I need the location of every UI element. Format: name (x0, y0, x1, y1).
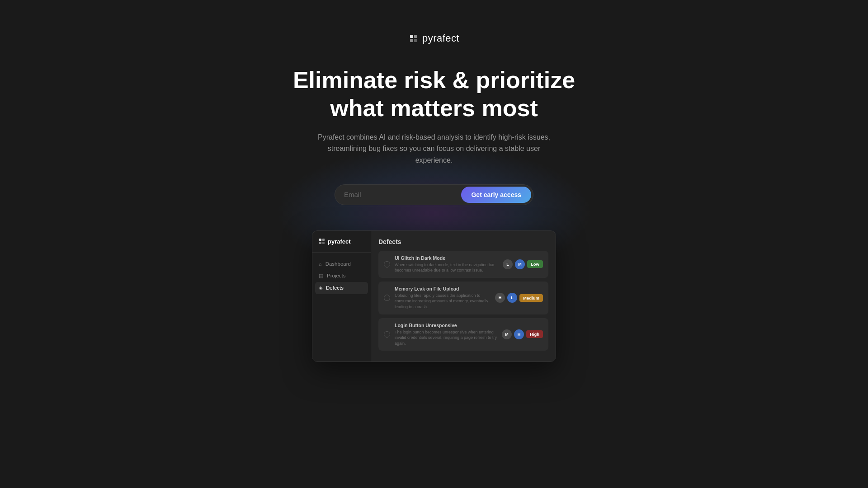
defect-badges-3: M H High (502, 329, 543, 339)
defects-icon: ◈ (319, 285, 322, 291)
sidebar-label-dashboard: Dashboard (326, 261, 351, 267)
badge-m-1: M (515, 259, 525, 269)
defect-card-1[interactable]: UI Glitch in Dark Mode When switching to… (378, 251, 548, 278)
logo-section: pyrafect (409, 33, 459, 44)
page-content: pyrafect Eliminate risk & prioritize wha… (0, 0, 868, 362)
svg-rect-1 (414, 35, 417, 38)
defect-info-1: UI Glitch in Dark Mode When switching to… (395, 255, 498, 273)
logo-text: pyrafect (422, 33, 459, 44)
defect-info-2: Memory Leak on File Upload Uploading fil… (395, 286, 491, 310)
svg-rect-0 (410, 35, 413, 38)
defect-radio-3 (384, 331, 390, 338)
defect-badges-1: L M Low (503, 259, 543, 269)
sidebar-item-dashboard[interactable]: ⌂ Dashboard (312, 258, 371, 270)
svg-rect-5 (322, 239, 325, 241)
defect-info-3: Login Button Unresponsive The login butt… (395, 323, 497, 347)
sidebar-logo: pyrafect (312, 238, 371, 253)
defect-card-3[interactable]: Login Button Unresponsive The login butt… (378, 318, 548, 351)
badge-h-3: H (514, 329, 524, 339)
logo-icon (409, 33, 419, 43)
dashboard-icon: ⌂ (319, 261, 322, 267)
defect-name-2: Memory Leak on File Upload (395, 286, 491, 291)
defect-desc-1: When switching to dark mode, text in the… (395, 262, 498, 273)
app-mockup: pyrafect ⌂ Dashboard ▤ Projects ◈ Defect… (312, 230, 556, 362)
defects-title: Defects (378, 238, 548, 245)
svg-rect-6 (319, 242, 321, 244)
sidebar-label-defects: Defects (326, 285, 344, 291)
mockup-main: Defects UI Glitch in Dark Mode When swit… (371, 231, 556, 362)
defect-desc-2: Uploading files rapidly causes the appli… (395, 293, 491, 310)
sidebar-logo-text: pyrafect (328, 238, 351, 245)
defect-desc-3: The login button becomes unresponsive wh… (395, 329, 497, 347)
defect-card-2[interactable]: Memory Leak on File Upload Uploading fil… (378, 282, 548, 314)
sidebar-item-defects[interactable]: ◈ Defects (315, 282, 368, 294)
defect-name-3: Login Button Unresponsive (395, 323, 497, 328)
hero-headline: Eliminate risk & prioritize what matters… (293, 66, 575, 122)
svg-rect-3 (414, 39, 417, 42)
severity-badge-3: High (526, 330, 543, 338)
early-access-button[interactable]: Get early access (461, 187, 531, 203)
projects-icon: ▤ (319, 273, 323, 279)
svg-rect-4 (319, 239, 321, 241)
defect-name-1: UI Glitch in Dark Mode (395, 255, 498, 261)
sidebar-label-projects: Projects (327, 273, 346, 278)
defect-radio-2 (384, 295, 390, 301)
badge-l-1: L (503, 259, 513, 269)
defect-badges-2: H L Medium (495, 293, 543, 303)
hero-subtitle: Pyrafect combines AI and risk-based anal… (312, 131, 556, 166)
sidebar-item-projects[interactable]: ▤ Projects (312, 270, 371, 282)
defect-radio-1 (384, 261, 390, 267)
svg-rect-2 (410, 39, 413, 42)
badge-h-2: H (495, 293, 505, 303)
badge-l-2: L (507, 293, 517, 303)
badge-m-3: M (502, 329, 512, 339)
mockup-sidebar: pyrafect ⌂ Dashboard ▤ Projects ◈ Defect… (312, 231, 371, 362)
email-form: Get early access (335, 184, 533, 205)
email-input[interactable] (344, 187, 461, 202)
severity-badge-1: Low (527, 260, 543, 268)
severity-badge-2: Medium (519, 294, 543, 302)
svg-rect-7 (322, 242, 325, 244)
